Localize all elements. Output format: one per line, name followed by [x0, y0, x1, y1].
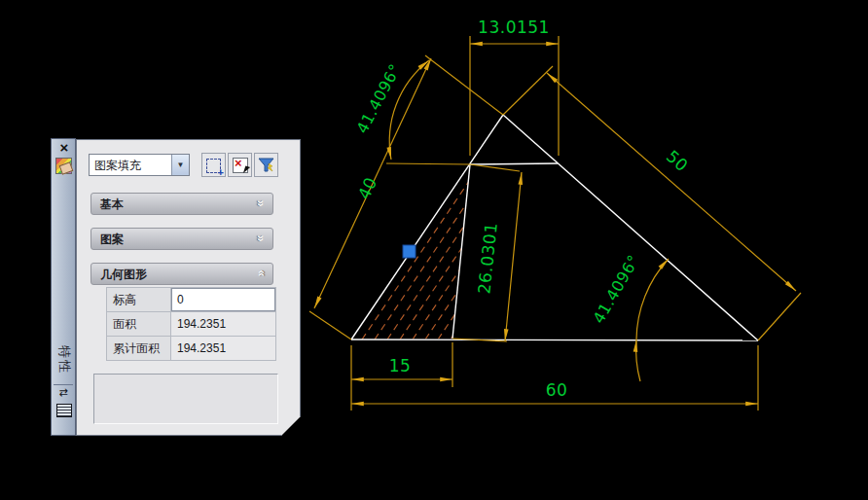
close-icon[interactable]: ×	[54, 140, 74, 156]
chevron-down-icon[interactable]: ▼	[171, 155, 189, 175]
elevation-label: 标高	[107, 288, 171, 311]
quick-select-button[interactable]	[254, 153, 278, 177]
right-edge	[503, 115, 758, 340]
geometry-property-grid: 标高 0 面积 194.2351 累计面积 194.2351	[106, 287, 276, 361]
section-basic-label: 基本	[100, 196, 124, 213]
palette-logo-icon	[55, 158, 72, 174]
autohide-icon[interactable]: ⇄	[54, 384, 73, 399]
palette-title-bar[interactable]: × 特性 ⇄	[51, 138, 76, 436]
inner-divider	[452, 164, 470, 339]
section-geometry[interactable]: 几何图形 »	[90, 263, 273, 285]
area-value[interactable]: 194.2351	[171, 312, 275, 336]
area-label: 面积	[107, 312, 171, 336]
section-pattern[interactable]: 图案 »	[90, 228, 273, 250]
chevron-collapse-icon[interactable]: »	[255, 270, 269, 277]
properties-palette: × 特性 ⇄ 图案填充 ▼ ×	[51, 138, 301, 436]
object-type-value: 图案填充	[94, 158, 141, 174]
object-type-dropdown[interactable]: 图案填充 ▼	[89, 154, 190, 176]
palette-title: 特性	[52, 339, 77, 381]
triangle-geometry[interactable]	[351, 115, 758, 340]
dim-base-left: 15	[389, 356, 412, 375]
funnel-icon	[257, 156, 275, 174]
dim-inner-height: 26.0301	[474, 222, 501, 295]
property-row-area: 面积 194.2351	[107, 312, 275, 337]
chevron-expand-icon[interactable]: »	[255, 235, 269, 242]
properties-menu-icon[interactable]	[56, 404, 72, 417]
section-pattern-label: 图案	[100, 232, 124, 248]
elevation-field[interactable]: 0	[171, 288, 275, 311]
dim-base-total: 60	[546, 380, 568, 400]
remove-selection-button[interactable]: ×	[228, 153, 252, 177]
horizontal-chord	[470, 163, 558, 164]
deselect-icon: ×	[233, 158, 248, 173]
dim-right-angle: 41.4096°	[589, 252, 643, 327]
section-geometry-label: 几何图形	[100, 267, 147, 283]
description-panel	[93, 374, 278, 424]
grip-point[interactable]	[403, 245, 416, 258]
base-edge	[351, 339, 758, 340]
property-row-elevation: 标高 0	[107, 288, 275, 312]
property-row-cumulative-area: 累计面积 194.2351	[107, 337, 275, 361]
dim-top-width: 13.0151	[478, 18, 550, 37]
dim-right-edge: 50	[663, 146, 692, 175]
pick-box-icon	[206, 159, 221, 173]
select-new-object-button[interactable]	[201, 153, 226, 177]
dim-left-edge: 40	[354, 174, 381, 202]
hatch-pattern[interactable]	[362, 160, 572, 339]
cumulative-area-value[interactable]: 194.2351	[171, 337, 275, 360]
palette-body: 图案填充 ▼ × 基本 » 图案	[76, 139, 301, 436]
chevron-expand-icon[interactable]: »	[255, 200, 269, 207]
dim-left-angle: 41.4096°	[352, 60, 404, 136]
section-basic[interactable]: 基本 »	[90, 193, 273, 215]
cumulative-area-label: 累计面积	[107, 337, 171, 360]
